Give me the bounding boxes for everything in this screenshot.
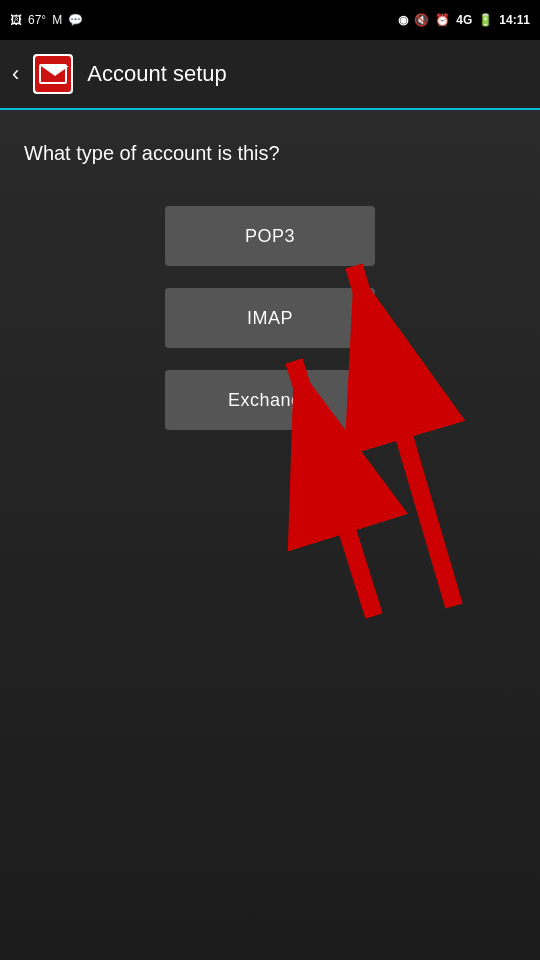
question-text: What type of account is this? xyxy=(24,140,280,166)
envelope-icon xyxy=(39,64,67,84)
mute-icon: 🔇 xyxy=(414,13,429,27)
signal-label: 4G xyxy=(456,13,472,27)
status-left-icons: 🖼 67° M 💬 xyxy=(10,13,83,27)
app-icon xyxy=(33,54,73,94)
back-button[interactable]: ‹ xyxy=(12,61,19,87)
pop3-button[interactable]: POP3 xyxy=(165,206,375,266)
time-label: 14:11 xyxy=(499,13,530,27)
app-title: Account setup xyxy=(87,61,226,87)
alarm-icon: ⏰ xyxy=(435,13,450,27)
gallery-icon: 🖼 xyxy=(10,13,22,27)
temperature-label: 67° xyxy=(28,13,46,27)
arrows-overlay xyxy=(24,186,540,786)
exchange-button[interactable]: Exchange xyxy=(165,370,375,430)
main-content: What type of account is this? POP3 IMAP … xyxy=(0,110,540,960)
status-bar: 🖼 67° M 💬 ◉ 🔇 ⏰ 4G 🔋 14:11 xyxy=(0,0,540,40)
imap-button[interactable]: IMAP xyxy=(165,288,375,348)
gmail-icon: M xyxy=(52,13,62,27)
bluetooth-icon: ◉ xyxy=(398,13,408,27)
battery-icon: 🔋 xyxy=(478,13,493,27)
bubble-icon: 💬 xyxy=(68,13,83,27)
app-bar: ‹ Account setup xyxy=(0,40,540,110)
buttons-container: POP3 IMAP Exchange xyxy=(24,206,516,452)
status-right-icons: ◉ 🔇 ⏰ 4G 🔋 14:11 xyxy=(398,13,530,27)
